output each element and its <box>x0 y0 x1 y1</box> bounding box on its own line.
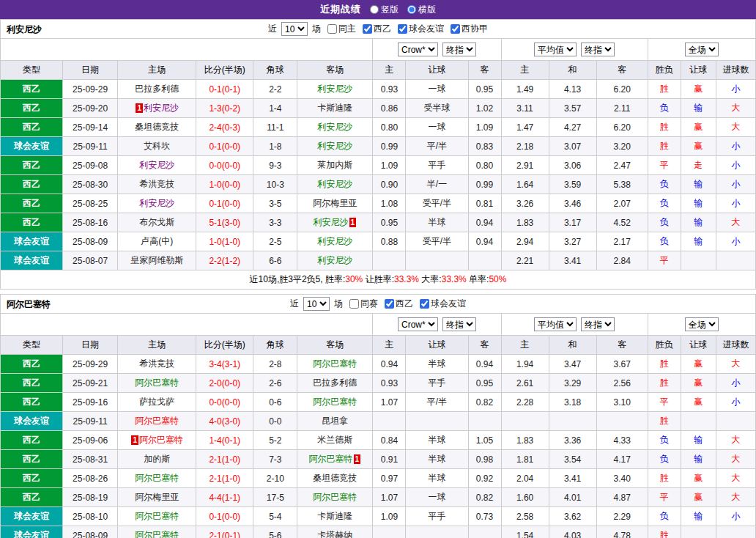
filter-checkbox-3[interactable]: 西协甲 <box>446 23 488 35</box>
home-team-link[interactable]: 希洪竞技 <box>139 179 174 189</box>
asian-away-odds: 1.02 <box>468 99 501 118</box>
vertical-radio-input[interactable] <box>370 5 379 14</box>
score-cell[interactable]: 3-4(3-1) <box>196 355 253 374</box>
layout-radio-horizontal[interactable]: 横版 <box>407 4 436 16</box>
result-wdl-cell: 平 <box>648 488 681 507</box>
home-team-link[interactable]: 利安尼沙 <box>139 160 174 170</box>
away-team-link[interactable]: 昆坦拿 <box>322 416 348 426</box>
home-team-link[interactable]: 利安尼沙 <box>139 198 174 208</box>
filter-checkbox-input[interactable] <box>349 299 359 309</box>
home-team-link[interactable]: 加的斯 <box>144 454 170 464</box>
filter-checkbox-input[interactable] <box>451 24 460 34</box>
away-team-link[interactable]: 巴拉多利德 <box>313 377 357 388</box>
scope-select[interactable]: 全场 <box>685 317 719 331</box>
score-cell[interactable]: 1-4(0-1) <box>196 431 253 450</box>
filter-checkbox-1[interactable]: 西乙 <box>380 298 413 310</box>
horizontal-radio-input[interactable] <box>407 5 416 14</box>
away-team-link[interactable]: 阿尔巴塞特 <box>313 358 357 369</box>
home-team-link[interactable]: 阿尔巴塞特 <box>135 530 179 538</box>
match-row: 西乙25-09-201利安尼沙1-3(0-2)1-4卡斯迪隆0.86受半球1.0… <box>1 99 756 118</box>
home-team-link[interactable]: 阿尔巴塞特 <box>139 435 183 445</box>
score-cell[interactable]: 4-4(1-1) <box>196 488 253 507</box>
asian-odds-type-select[interactable]: 终指 <box>442 43 476 56</box>
away-team-cell: 巴拉多利德 <box>297 374 373 393</box>
date-cell: 25-09-06 <box>63 431 118 450</box>
asian-odds-type-select[interactable]: 终指 <box>442 317 476 331</box>
score-cell[interactable]: 2-0(0-0) <box>196 374 253 393</box>
home-team-link[interactable]: 布尔戈斯 <box>139 217 174 227</box>
score-cell[interactable]: 2-1(1-0) <box>196 450 253 469</box>
home-team-link[interactable]: 阿尔巴塞特 <box>135 473 179 483</box>
away-team-link[interactable]: 桑坦德竞技 <box>313 473 357 483</box>
score-cell[interactable]: 0-1(0-0) <box>196 507 253 526</box>
result-handicap-cell: 输 <box>681 213 716 232</box>
away-team-link[interactable]: 阿尔梅里亚 <box>313 198 357 208</box>
score-cell[interactable]: 2-4(0-3) <box>196 118 253 137</box>
asian-company-select[interactable]: Crow* <box>398 43 438 56</box>
home-team-link[interactable]: 希洪竞技 <box>139 358 174 369</box>
away-team-link[interactable]: 卡斯迪隆 <box>317 511 352 521</box>
score-cell[interactable]: 0-0(0-0) <box>196 156 253 175</box>
filter-checkbox-1[interactable]: 西乙 <box>358 23 391 35</box>
scope-select-cell: 全场 <box>648 39 755 61</box>
home-team-link[interactable]: 阿尔巴塞特 <box>135 416 179 426</box>
euro-odds-type-select[interactable]: 终指 <box>581 43 615 56</box>
home-team-link[interactable]: 利安尼沙 <box>144 103 179 113</box>
filter-checkbox-0[interactable]: 同赛 <box>345 298 378 310</box>
home-team-link[interactable]: 皇家阿维勒斯 <box>130 255 183 265</box>
filter-checkbox-input[interactable] <box>327 24 337 34</box>
score-cell[interactable]: 2-2(1-2) <box>196 251 253 270</box>
away-team-link[interactable]: 利安尼沙 <box>314 217 349 227</box>
match-count-select[interactable]: 10 <box>281 22 308 36</box>
score-cell[interactable]: 0-1(0-0) <box>196 137 253 156</box>
score-cell[interactable]: 0-0(0-0) <box>196 393 253 412</box>
home-team-link[interactable]: 阿尔巴塞特 <box>135 511 179 521</box>
away-team-link[interactable]: 利安尼沙 <box>317 122 352 132</box>
euro-odds-type-select[interactable]: 终指 <box>581 317 615 331</box>
asian-company-select[interactable]: Crow* <box>398 317 438 331</box>
filter-checkbox-2[interactable]: 球会友谊 <box>415 298 466 310</box>
filter-checkbox-input[interactable] <box>385 299 394 309</box>
filter-checkbox-2[interactable]: 球会友谊 <box>393 23 444 35</box>
score-cell[interactable]: 0-1(0-0) <box>196 194 253 213</box>
home-team-link[interactable]: 巴拉多利德 <box>135 84 179 94</box>
away-team-link[interactable]: 利安尼沙 <box>317 141 352 151</box>
filter-checkbox-input[interactable] <box>398 24 407 34</box>
home-team-link[interactable]: 卢高(中) <box>141 236 173 246</box>
home-team-link[interactable]: 萨拉戈萨 <box>139 397 174 407</box>
away-team-link[interactable]: 米兰德斯 <box>317 435 352 445</box>
away-team-link[interactable]: 利安尼沙 <box>317 236 352 246</box>
home-team-link[interactable]: 阿尔巴塞特 <box>135 377 179 388</box>
score-cell[interactable]: 1-3(0-2) <box>196 99 253 118</box>
score-cell[interactable]: 1-0(1-0) <box>196 232 253 251</box>
score-cell[interactable]: 2-1(1-0) <box>196 469 253 488</box>
away-team-link[interactable]: 阿尔巴塞特 <box>313 492 357 502</box>
euro-draw-odds: 3.46 <box>549 194 596 213</box>
score-cell[interactable]: 1-0(0-0) <box>196 175 253 194</box>
away-team-link[interactable]: 卡塔赫纳 <box>317 530 352 538</box>
scope-select[interactable]: 全场 <box>685 43 719 56</box>
euro-company-select[interactable]: 平均值 <box>534 43 577 56</box>
layout-radio-vertical[interactable]: 竖版 <box>370 4 399 16</box>
score-cell[interactable]: 5-1(3-0) <box>196 213 253 232</box>
away-team-link[interactable]: 利安尼沙 <box>317 255 352 265</box>
corner-cell: 7-3 <box>253 450 297 469</box>
home-team-link[interactable]: 桑坦德竞技 <box>135 122 179 132</box>
home-team-link[interactable]: 阿尔梅里亚 <box>135 492 179 502</box>
score-cell[interactable]: 4-0(3-0) <box>196 412 253 431</box>
match-count-select[interactable]: 10 <box>303 297 330 311</box>
filter-checkbox-0[interactable]: 同主 <box>323 23 356 35</box>
away-team-link[interactable]: 利安尼沙 <box>317 179 352 189</box>
filter-checkbox-input[interactable] <box>363 24 372 34</box>
home-team-link[interactable]: 艾科坎 <box>144 141 170 151</box>
score-cell[interactable]: 0-1(0-1) <box>196 80 253 99</box>
score-cell[interactable]: 2-1(0-1) <box>196 526 253 538</box>
away-team-link[interactable]: 阿尔巴塞特 <box>309 454 353 464</box>
filter-checkbox-input[interactable] <box>420 299 429 309</box>
euro-company-select[interactable]: 平均值 <box>534 317 577 331</box>
away-team-link[interactable]: 阿尔巴塞特 <box>313 397 357 407</box>
away-team-link[interactable]: 卡斯迪隆 <box>317 103 352 113</box>
away-team-link[interactable]: 利安尼沙 <box>317 84 352 94</box>
league-type-badge: 西乙 <box>1 431 63 450</box>
away-team-link[interactable]: 莱加内斯 <box>317 160 352 170</box>
